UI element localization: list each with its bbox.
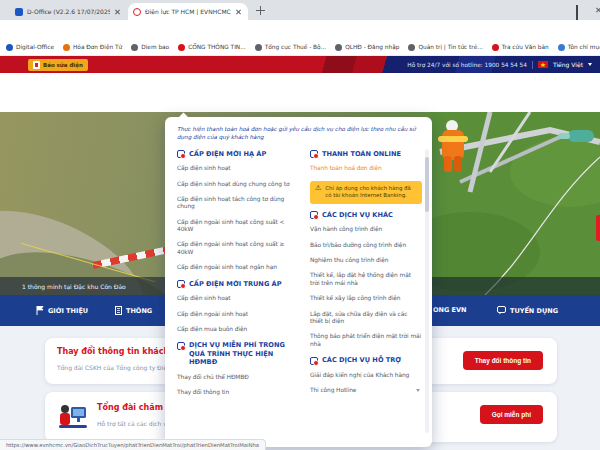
report-repair-button[interactable]: Báo sửa điện — [28, 59, 88, 71]
bookmark-item[interactable]: QLHĐ - Đăng nhập — [335, 44, 399, 51]
bookmarks-bar: Digital-Office Hóa Đơn Điện Tử Diem bao … — [0, 39, 600, 56]
scrollbar-thumb[interactable] — [425, 157, 429, 212]
section-free-services: DỊCH VỤ MIỄN PHÍ TRONG QUÁ TRÌNH THỰC HI… — [177, 341, 300, 367]
online-services-dropdown: Thực hiện thanh toán hoá đơn hoặc gửi yê… — [165, 117, 432, 447]
menu-item[interactable]: Cấp điện sinh hoạt — [177, 165, 300, 172]
support-services-icon — [310, 357, 318, 365]
bookmark-item[interactable]: Tra cứu Văn bản — [492, 44, 549, 51]
browser-window: D-Office (V2.2.6 17/07/2025) Điện lực TP… — [0, 0, 600, 450]
section-low-voltage: CẤP ĐIỆN MỚI HẠ ÁP — [177, 150, 300, 159]
tab-bar: D-Office (V2.2.6 17/07/2025) Điện lực TP… — [0, 0, 600, 20]
repair-icon — [33, 61, 40, 69]
section-medium-voltage: CẤP ĐIỆN MỚI TRUNG ÁP — [177, 280, 300, 289]
section-support-services: CÁC DỊCH VỤ HỖ TRỢ — [310, 356, 422, 365]
tower-worker-photo — [430, 112, 600, 295]
bookmark-favicon — [408, 44, 415, 51]
bookmark-item[interactable]: Tôn chỉ mục đích | C... — [558, 44, 600, 51]
online-payment-icon — [310, 150, 318, 158]
chat-icon — [497, 306, 506, 315]
chevron-down-icon — [416, 389, 420, 392]
menu-item[interactable]: Cấp điện sinh hoạt — [177, 295, 300, 302]
free-services-icon — [177, 342, 185, 350]
language-selector[interactable]: Tiếng Việt — [553, 61, 583, 68]
nav-trong-evn[interactable]: ONG EVN — [433, 306, 466, 314]
bookmark-favicon — [335, 44, 342, 51]
status-url-tooltip: https://www.evnhcmc.vn/GiaoDichTrucTuyen… — [0, 439, 266, 450]
menu-item[interactable]: Cấp điện sinh hoạt dùng chung công tơ — [177, 181, 300, 188]
menu-item[interactable]: Cấp điện ngoài sinh hoạt công suất ≥ 40k… — [177, 241, 300, 256]
nav-gioi-thieu[interactable]: GIỚI THIỆU — [36, 306, 88, 315]
bookmark-favicon — [178, 44, 185, 51]
flag-icon — [36, 306, 44, 315]
bookmark-item[interactable]: Digital-Office — [6, 44, 54, 51]
menu-item[interactable]: Thiết kế, lắp đặt hệ thống điện mặt trời… — [310, 272, 422, 287]
dropdown-left-column: CẤP ĐIỆN MỚI HẠ ÁP Cấp điện sinh hoạt Cấ… — [177, 149, 300, 405]
section-online-payment: THANH TOÁN ONLINE — [310, 150, 422, 159]
site-topbar: Báo sửa điện Hỗ trợ 24/7 với số hotline:… — [0, 56, 600, 73]
chevron-down-icon — [588, 63, 592, 66]
tab-evnhcmc[interactable]: Điện lực TP HCM | EVNHCMC — [128, 3, 248, 20]
menu-item[interactable]: Nghiệm thu công trình điện — [310, 257, 422, 264]
medium-voltage-icon — [177, 280, 185, 288]
document-icon — [115, 306, 122, 315]
menu-item[interactable]: Cấp điện sinh hoạt tách công tơ dùng chu… — [177, 196, 300, 211]
bookmark-item[interactable]: CỔNG THÔNG TIN... — [178, 44, 246, 51]
menu-item[interactable]: Cấp điện mua buôn điện — [177, 326, 300, 333]
menu-item[interactable]: Bảo trì/bảo dưỡng công trình điện — [310, 242, 422, 249]
tab-title: D-Office (V2.2.6 17/07/2025) — [27, 8, 110, 15]
call-center-illustration — [57, 401, 89, 431]
bookmark-favicon — [492, 44, 499, 51]
menu-item[interactable]: Cấp điện ngoài sinh hoạt công suất < 40k… — [177, 219, 300, 234]
d-office-favicon — [15, 8, 23, 16]
change-info-button[interactable]: Thay đổi thông tin — [463, 351, 543, 370]
menu-item[interactable]: Lắp đặt, sửa chữa dây điện và các thiết … — [310, 311, 422, 326]
address-bar: evnhcmc.vn Xác minh danh tính của bạn — [0, 20, 600, 39]
nav-thong-tin[interactable]: THÔNG — [115, 306, 152, 315]
close-icon[interactable] — [114, 8, 121, 15]
menu-item[interactable]: Cấp điện ngoài sinh hoạt — [177, 311, 300, 318]
bookmark-favicon — [558, 44, 565, 51]
evn-favicon — [133, 8, 141, 16]
bookmark-favicon — [131, 44, 138, 51]
payment-warning: ⚠ Chỉ áp dụng cho khách hàng đã có tài k… — [310, 181, 422, 204]
menu-item[interactable]: Giải đáp kiến nghị của Khách hàng — [310, 372, 422, 379]
menu-item[interactable]: Thay đổi thông tin — [177, 389, 300, 396]
bookmark-favicon — [255, 44, 262, 51]
close-icon[interactable] — [235, 8, 242, 15]
site-header: EVN HCMC Giao dịch trực tuyến Tra cứu th… — [0, 73, 600, 112]
warning-icon: ⚠ — [315, 185, 321, 192]
menu-item[interactable]: Vận hành công trình điện — [310, 226, 422, 233]
tab-title: Điện lực TP HCM | EVNHCMC — [145, 8, 231, 15]
nav-tuyen-dung[interactable]: TUYỂN DỤNG — [497, 306, 558, 315]
dropdown-right-column: THANH TOÁN ONLINE Thanh toán hoá đơn điệ… — [310, 149, 422, 405]
vietnam-flag-icon — [538, 61, 548, 68]
bookmark-item[interactable]: Diem bao — [131, 44, 169, 51]
dropdown-scrollbar[interactable] — [425, 149, 429, 433]
free-call-button[interactable]: Gọi miễn phí — [480, 405, 543, 424]
menu-item[interactable]: Thi công Hotline — [310, 387, 422, 394]
bookmark-item[interactable]: Hóa Đơn Điện Tử — [63, 44, 122, 51]
bookmark-favicon — [6, 44, 13, 51]
menu-item[interactable]: Thông báo phát triển điện mặt trời mái n… — [310, 333, 422, 348]
dropdown-intro: Thực hiện thanh toán hoá đơn hoặc gửi yê… — [177, 126, 422, 142]
menu-item[interactable]: Thiết kế xây lắp công trình điện — [310, 295, 422, 302]
tab-d-office[interactable]: D-Office (V2.2.6 17/07/2025) — [10, 3, 126, 20]
bookmark-favicon — [63, 44, 70, 51]
low-voltage-icon — [177, 150, 185, 158]
menu-item-highlighted[interactable]: Thanh toán hoá đơn điện — [310, 165, 422, 172]
floating-contact-tab[interactable] — [596, 215, 600, 241]
topbar-right: Hỗ trợ 24/7 với số hotline: 1900 54 54 5… — [407, 56, 592, 73]
bookmark-item[interactable]: Quản trị | Tin tức trẻ... — [408, 44, 482, 51]
section-other-services: CÁC DỊCH VỤ KHÁC — [310, 211, 422, 220]
other-services-icon — [310, 211, 318, 219]
hotline-text: Hỗ trợ 24/7 với số hotline: 1900 54 54 5… — [407, 62, 527, 68]
bookmark-item[interactable]: Tổng cục Thuế - Bộ... — [255, 44, 326, 51]
menu-item[interactable]: Thay đổi chủ thể HĐMBĐ — [177, 374, 300, 381]
menu-item[interactable]: Cấp điện ngoài sinh hoạt ngắn hạn — [177, 264, 300, 271]
